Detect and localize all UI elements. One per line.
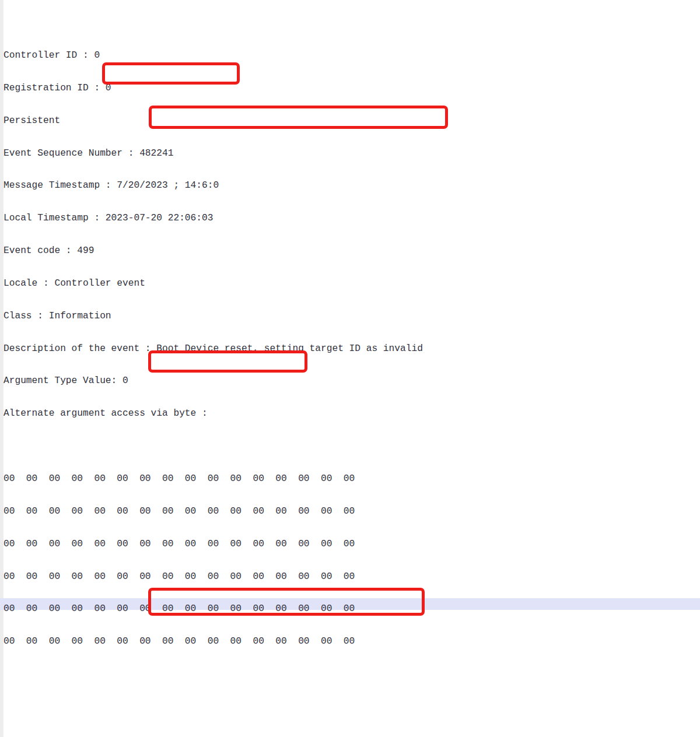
hex-row: 00 00 00 00 00 00 00 00 00 00 00 00 00 0… [4, 473, 423, 485]
locale-line: Locale : Controller event [4, 278, 423, 290]
event-code-value: 499 [77, 245, 94, 256]
class-value: Information [49, 311, 111, 321]
event-code-label: Event code : [4, 245, 77, 256]
class-line: Class : Information [4, 311, 423, 322]
hex-row: 00 00 00 00 00 00 00 00 00 00 00 00 00 0… [4, 636, 423, 648]
hex-row: 00 00 00 00 00 00 00 00 00 00 00 00 00 0… [4, 506, 423, 518]
blank-line [4, 701, 423, 713]
annotation-box-description-configuration-cleared [148, 350, 307, 373]
message-timestamp-line: Message Timestamp : 7/20/2023 ; 14:6:0 [4, 180, 423, 192]
blank-line [4, 669, 423, 680]
locale-value: Controller event [54, 278, 145, 289]
argument-type-value: 0 [123, 375, 128, 386]
event-sequence-value: 482241 [139, 148, 173, 159]
controller-id-line: Controller ID : 0 [4, 50, 423, 62]
class-label: Class : [4, 311, 49, 321]
alternate-line: Alternate argument access via byte : [4, 408, 423, 420]
event-sequence-label: Event Sequence Number : [4, 148, 139, 159]
event-sequence-line: Event Sequence Number : 482241 [4, 148, 423, 160]
local-timestamp-value: 2023-07-20 22:06:03 [106, 213, 214, 223]
locale-label: Locale : [4, 278, 54, 289]
local-timestamp-label: Local Timestamp : [4, 213, 106, 223]
event-code-line: Event code : 499 [4, 245, 423, 257]
blank-line [4, 441, 423, 452]
argument-type-line: Argument Type Value: 0 [4, 375, 423, 387]
event-log-viewer: Controller ID : 0 Registration ID : 0 Pe… [0, 0, 700, 737]
local-timestamp-line: Local Timestamp : 2023-07-20 22:06:03 [4, 213, 423, 224]
hex-row: 00 00 00 00 00 00 00 00 00 00 00 00 00 0… [4, 571, 423, 583]
annotation-box-description-cache-discarded [148, 588, 425, 616]
message-timestamp-label: Message Timestamp : [4, 180, 117, 191]
controller-id-label: Controller ID : [4, 50, 94, 61]
annotation-box-local-timestamp [102, 62, 240, 85]
controller-id-value: 0 [94, 50, 100, 61]
annotation-box-description-boot-device-reset [149, 106, 448, 129]
registration-id-label: Registration ID : [4, 83, 106, 93]
message-timestamp-value: 7/20/2023 ; 14:6:0 [117, 180, 219, 191]
argument-type-label: Argument Type Value: [4, 375, 123, 386]
description-label: Description of the event : [4, 343, 156, 354]
hex-row: 00 00 00 00 00 00 00 00 00 00 00 00 00 0… [4, 539, 423, 550]
